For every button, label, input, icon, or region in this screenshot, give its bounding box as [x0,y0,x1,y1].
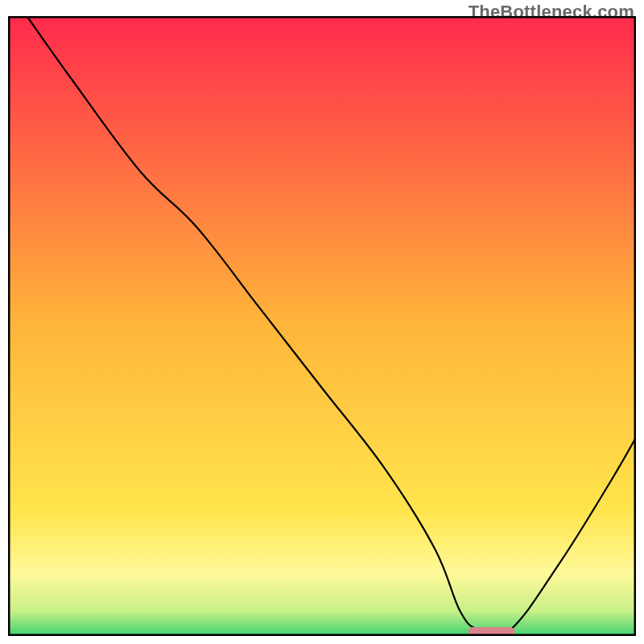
chart-svg [8,16,636,636]
plot-area [8,16,636,636]
chart-container: TheBottleneck.com [0,0,644,644]
gradient-background [8,16,636,636]
